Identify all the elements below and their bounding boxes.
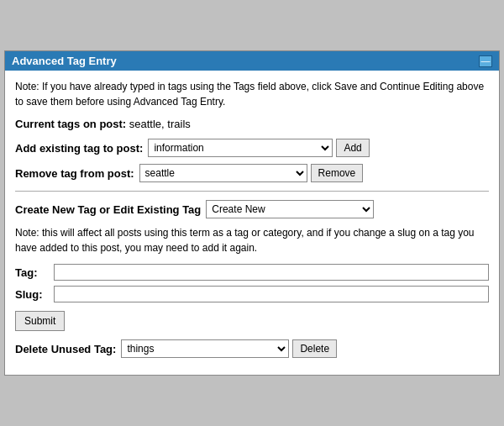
remove-tag-row: Remove tag from post: seattle trails Rem… (15, 164, 489, 182)
divider (15, 191, 489, 192)
create-note: Note: this will affect all posts using t… (15, 225, 489, 255)
create-edit-select[interactable]: Create New information seattle trails th… (206, 200, 374, 218)
remove-tag-select[interactable]: seattle trails (139, 164, 307, 182)
top-note: Note: If you have already typed in tags … (15, 79, 489, 109)
slug-label: Slug: (15, 288, 49, 301)
add-tag-button[interactable]: Add (336, 139, 369, 157)
current-tags-value: seattle, trails (129, 118, 191, 130)
create-edit-row: Create New Tag or Edit Existing Tag Crea… (15, 200, 489, 218)
remove-tag-label: Remove tag from post: (15, 167, 134, 180)
delete-tag-label: Delete Unused Tag: (15, 343, 116, 355)
add-tag-label: Add existing tag to post: (15, 142, 143, 155)
advanced-tag-entry-window: Advanced Tag Entry — Note: If you have a… (4, 50, 500, 376)
minimize-button[interactable]: — (479, 55, 492, 67)
content-area: Note: If you have already typed in tags … (5, 71, 499, 375)
window-title: Advanced Tag Entry (12, 55, 117, 67)
delete-tag-select[interactable]: things trails information (121, 339, 289, 358)
title-bar: Advanced Tag Entry — (5, 51, 499, 71)
create-edit-label: Create New Tag or Edit Existing Tag (15, 203, 201, 216)
current-tags-label: Current tags on post: (15, 118, 126, 130)
tag-input[interactable] (54, 264, 489, 281)
tag-field-row: Tag: (15, 264, 489, 281)
remove-tag-button[interactable]: Remove (311, 164, 364, 182)
current-tags-row: Current tags on post: seattle, trails (15, 118, 489, 130)
submit-button[interactable]: Submit (15, 311, 65, 331)
slug-input[interactable] (54, 286, 489, 302)
delete-tag-button[interactable]: Delete (292, 339, 337, 358)
add-tag-row: Add existing tag to post: information se… (15, 139, 489, 157)
add-tag-select[interactable]: information seattle trails things (148, 139, 333, 157)
slug-field-row: Slug: (15, 286, 489, 302)
delete-tag-row: Delete Unused Tag: things trails informa… (15, 339, 489, 358)
tag-label: Tag: (15, 266, 49, 279)
